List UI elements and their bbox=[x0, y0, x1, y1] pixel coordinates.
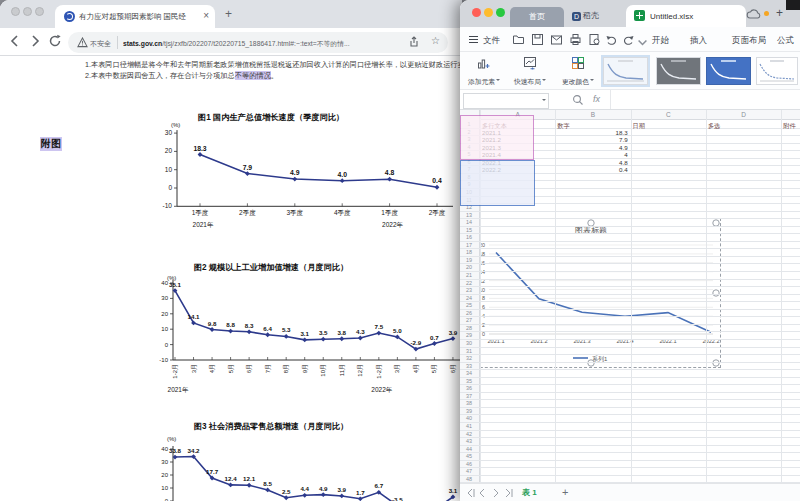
spreadsheet-grid[interactable]: ABCDE12345678910111213141516171819202122… bbox=[460, 110, 800, 483]
column-header-C[interactable]: C bbox=[631, 111, 706, 118]
row-header-14[interactable]: 14 bbox=[460, 219, 478, 225]
chart-style-4[interactable] bbox=[756, 57, 798, 85]
hamburger-menu-icon[interactable] bbox=[467, 33, 480, 46]
menu-home[interactable]: 开始 bbox=[652, 35, 669, 47]
back-button[interactable] bbox=[8, 34, 22, 48]
name-box[interactable] bbox=[463, 93, 549, 109]
row-header-30[interactable]: 30 bbox=[460, 340, 478, 346]
undo-icon[interactable] bbox=[605, 33, 618, 46]
grid-cell[interactable]: 0.4 bbox=[555, 166, 627, 173]
row-header-36[interactable]: 36 bbox=[460, 385, 478, 391]
row-header-15[interactable]: 15 bbox=[460, 227, 478, 233]
forward-button[interactable] bbox=[28, 34, 42, 48]
grid-cell[interactable]: 18.3 bbox=[555, 129, 627, 136]
menu-formulas[interactable]: 公式 bbox=[777, 35, 794, 47]
column-header-B[interactable]: B bbox=[555, 111, 630, 118]
row-header-46[interactable]: 46 bbox=[460, 461, 478, 467]
menu-file[interactable]: 文件 bbox=[483, 35, 500, 47]
row-header-34[interactable]: 34 bbox=[460, 370, 478, 376]
cloud-sync-icon[interactable] bbox=[746, 8, 762, 20]
row-header-33[interactable]: 33 bbox=[460, 363, 478, 369]
row-header-25[interactable]: 25 bbox=[460, 302, 478, 308]
name-box-dropdown-icon[interactable] bbox=[542, 99, 546, 103]
sheet-nav-buttons[interactable] bbox=[466, 488, 516, 498]
row-header-37[interactable]: 37 bbox=[460, 393, 478, 399]
header-cell[interactable]: 日期 bbox=[633, 122, 704, 131]
row-header-20[interactable]: 20 bbox=[460, 264, 478, 270]
row-header-13[interactable]: 13 bbox=[460, 212, 478, 218]
row-header-24[interactable]: 24 bbox=[460, 295, 478, 301]
print-preview-icon[interactable] bbox=[588, 33, 601, 46]
row-header-26[interactable]: 26 bbox=[460, 310, 478, 316]
selection-handle[interactable] bbox=[713, 359, 719, 365]
row-header-41[interactable]: 41 bbox=[460, 423, 478, 429]
menu-page-layout[interactable]: 页面布局 bbox=[732, 35, 766, 47]
row-header-17[interactable]: 17 bbox=[460, 242, 478, 248]
row-header-38[interactable]: 38 bbox=[460, 400, 478, 406]
wps-new-tab-button[interactable]: + bbox=[776, 6, 783, 20]
grid-cell[interactable]: 7.9 bbox=[555, 136, 627, 143]
row-header-40[interactable]: 40 bbox=[460, 415, 478, 421]
row-header-44[interactable]: 44 bbox=[460, 446, 478, 452]
row-header-23[interactable]: 23 bbox=[460, 287, 478, 293]
wps-document-tab[interactable]: Untitled.xlsx bbox=[626, 5, 746, 27]
row-header-19[interactable]: 19 bbox=[460, 257, 478, 263]
browser-active-tab[interactable]: 有力应对超预期因素影响 国民经 × bbox=[55, 5, 215, 28]
row-header-16[interactable]: 16 bbox=[460, 234, 478, 240]
grid-cell[interactable]: 4.8 bbox=[555, 159, 627, 166]
row-header-48[interactable]: 48 bbox=[460, 476, 478, 482]
zoom-formula-icon[interactable] bbox=[572, 94, 584, 106]
redo-icon[interactable] bbox=[622, 33, 635, 46]
row-header-21[interactable]: 21 bbox=[460, 272, 478, 278]
header-cell[interactable]: 多选 bbox=[708, 122, 779, 131]
change-colors-button[interactable]: 更改颜色 bbox=[556, 55, 600, 87]
row-header-31[interactable]: 31 bbox=[460, 348, 478, 354]
menu-insert[interactable]: 插入 bbox=[690, 35, 707, 47]
window-zoom-button[interactable] bbox=[35, 7, 44, 16]
row-header-22[interactable]: 22 bbox=[460, 280, 478, 286]
window-close-button[interactable] bbox=[11, 7, 20, 16]
selection-handle[interactable] bbox=[713, 289, 719, 295]
row-header-32[interactable]: 32 bbox=[460, 355, 478, 361]
open-folder-icon[interactable] bbox=[512, 33, 525, 46]
sheet-tab[interactable]: 表 1 bbox=[522, 487, 537, 498]
address-bar[interactable]: 不安全 stats.gov.cn/tjsj/zxfb/202207/t20220… bbox=[68, 32, 448, 53]
row-header-27[interactable]: 27 bbox=[460, 317, 478, 323]
export-icon[interactable] bbox=[550, 33, 563, 46]
selection-handle[interactable] bbox=[588, 359, 594, 365]
row-header-18[interactable]: 18 bbox=[460, 249, 478, 255]
column-header-D[interactable]: D bbox=[706, 111, 781, 118]
row-header-47[interactable]: 47 bbox=[460, 468, 478, 474]
row-header-39[interactable]: 39 bbox=[460, 408, 478, 414]
reload-button[interactable] bbox=[48, 34, 62, 48]
quick-layout-button[interactable]: 快速布局 bbox=[508, 55, 552, 87]
row-header-45[interactable]: 45 bbox=[460, 453, 478, 459]
wps-home-tab[interactable]: 首页 bbox=[510, 7, 564, 27]
row-header-29[interactable]: 29 bbox=[460, 332, 478, 338]
print-icon[interactable] bbox=[569, 33, 582, 46]
row-header-43[interactable]: 43 bbox=[460, 438, 478, 444]
add-sheet-button[interactable]: + bbox=[562, 486, 568, 498]
tab-close-icon[interactable]: × bbox=[203, 10, 209, 21]
more-tools-chevron-icon[interactable] bbox=[636, 36, 649, 49]
chart-style-1-selected[interactable] bbox=[603, 57, 648, 85]
column-header-E[interactable]: E bbox=[781, 111, 800, 118]
add-element-button[interactable]: 添加元素 bbox=[462, 55, 506, 87]
window-close-button[interactable] bbox=[472, 8, 481, 17]
row-header-42[interactable]: 42 bbox=[460, 431, 478, 437]
chart-style-2[interactable] bbox=[656, 57, 701, 85]
window-minimize-button[interactable] bbox=[23, 7, 32, 16]
wps-docer-tab[interactable]: D稻壳 bbox=[572, 10, 599, 27]
new-tab-button[interactable]: + bbox=[225, 7, 232, 21]
window-minimize-button[interactable] bbox=[484, 8, 493, 17]
row-header-35[interactable]: 35 bbox=[460, 378, 478, 384]
grid-cell[interactable]: 4 bbox=[555, 151, 627, 158]
header-cell[interactable]: 附件 bbox=[783, 122, 800, 131]
grid-cell[interactable]: 4.9 bbox=[555, 144, 627, 151]
window-zoom-button[interactable] bbox=[496, 8, 505, 17]
chart-style-3[interactable] bbox=[706, 57, 751, 85]
share-icon[interactable] bbox=[408, 36, 420, 48]
row-header-28[interactable]: 28 bbox=[460, 325, 478, 331]
formula-input[interactable] bbox=[610, 90, 800, 109]
bookmark-star-icon[interactable]: ☆ bbox=[431, 35, 440, 46]
